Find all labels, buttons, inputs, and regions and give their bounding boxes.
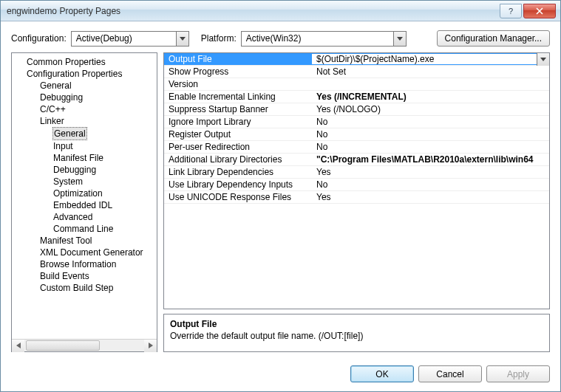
property-value[interactable]: Yes <box>312 192 549 202</box>
configuration-value: Active(Debug) <box>76 33 176 44</box>
property-row[interactable]: Suppress Startup BannerYes (/NOLOGO) <box>164 103 549 116</box>
property-name: Link Library Dependencies <box>164 167 312 177</box>
combo-dropdown-button[interactable] <box>393 32 406 46</box>
property-name: Ignore Import Library <box>164 117 312 127</box>
chevron-down-icon <box>540 58 546 61</box>
property-dropdown-button[interactable] <box>537 53 549 66</box>
scrollbar-track[interactable] <box>24 340 144 352</box>
chevron-left-icon <box>16 343 21 348</box>
property-row[interactable]: Use UNICODE Response FilesYes <box>164 191 549 204</box>
main-area: Common PropertiesConfiguration Propertie… <box>1 52 560 360</box>
tree-item[interactable]: Manifest File <box>13 152 155 164</box>
titlebar: engwindemo Property Pages ? <box>1 1 560 21</box>
property-grid[interactable]: Output File$(OutDir)\$(ProjectName).exeS… <box>163 52 550 309</box>
tree-item[interactable]: Command Line <box>13 223 155 235</box>
property-row[interactable]: Link Library DependenciesYes <box>164 166 549 179</box>
property-row[interactable]: Per-user RedirectionNo <box>164 141 549 154</box>
configuration-manager-button[interactable]: Configuration Manager... <box>437 30 550 47</box>
property-row[interactable]: Register OutputNo <box>164 128 549 141</box>
apply-button[interactable]: Apply <box>486 365 550 382</box>
tree-item[interactable]: General <box>13 80 155 92</box>
chevron-down-icon <box>397 37 403 41</box>
combo-dropdown-button[interactable] <box>176 32 188 46</box>
tree-item[interactable]: XML Document Generator <box>13 247 155 258</box>
property-row[interactable]: Show ProgressNot Set <box>164 66 549 78</box>
property-pages-window: engwindemo Property Pages ? Configuratio… <box>0 0 561 392</box>
scroll-right-button[interactable] <box>144 340 157 352</box>
configuration-label: Configuration: <box>11 33 67 44</box>
close-button[interactable] <box>523 4 556 18</box>
tree-item[interactable]: Custom Build Step <box>13 282 155 294</box>
platform-label: Platform: <box>201 33 237 44</box>
tree-item[interactable]: Configuration Properties <box>13 68 155 80</box>
property-row[interactable]: Version <box>164 78 549 91</box>
scroll-left-button[interactable] <box>12 340 24 352</box>
property-name: Use UNICODE Response Files <box>164 192 312 202</box>
tree-item[interactable]: Common Properties <box>13 56 155 68</box>
footer: OK Cancel Apply <box>1 360 560 391</box>
config-bar: Configuration: Active(Debug) Platform: A… <box>1 21 560 52</box>
tree-item[interactable]: Embedded IDL <box>13 199 155 211</box>
window-buttons: ? <box>500 4 560 18</box>
property-value[interactable]: No <box>312 129 549 140</box>
tree-item[interactable]: Browse Information <box>13 258 155 270</box>
property-value[interactable]: No <box>312 142 549 152</box>
property-value[interactable]: Yes (/NOLOGO) <box>312 104 549 114</box>
tree-item[interactable]: Manifest Tool <box>13 235 155 247</box>
property-name: Additional Library Directories <box>164 154 312 165</box>
property-value[interactable]: Yes <box>312 167 549 177</box>
tree-item[interactable]: C/C++ <box>13 103 155 115</box>
tree-item[interactable]: General <box>52 127 87 140</box>
property-value[interactable]: "C:\Program Files\MATLAB\R2010a\extern\l… <box>312 154 549 165</box>
tree-item[interactable]: Debugging <box>13 164 155 176</box>
property-row[interactable]: Enable Incremental LinkingYes (/INCREMEN… <box>164 91 549 103</box>
property-value[interactable]: $(OutDir)\$(ProjectName).exe <box>312 54 537 64</box>
scrollbar-thumb[interactable] <box>26 340 100 351</box>
chevron-right-icon <box>149 343 153 348</box>
chevron-down-icon <box>180 37 186 41</box>
right-panel: Output File$(OutDir)\$(ProjectName).exeS… <box>163 52 550 352</box>
help-button[interactable]: ? <box>500 4 522 18</box>
tree-item[interactable]: Linker <box>13 115 155 127</box>
tree-item[interactable]: Debugging <box>13 92 155 103</box>
property-name: Enable Incremental Linking <box>164 92 312 102</box>
property-name: Per-user Redirection <box>164 142 312 152</box>
tree-item[interactable]: Advanced <box>13 211 155 223</box>
property-row[interactable]: Additional Library Directories"C:\Progra… <box>164 154 549 166</box>
description-title: Output File <box>170 319 543 329</box>
property-row[interactable]: Ignore Import LibraryNo <box>164 116 549 128</box>
tree-item[interactable]: Build Events <box>13 270 155 282</box>
property-name: Output File <box>164 54 312 64</box>
description-text: Override the default output file name. (… <box>170 331 543 341</box>
property-name: Show Progress <box>164 66 312 77</box>
cancel-button[interactable]: Cancel <box>418 365 482 382</box>
tree-item[interactable]: Optimization <box>13 188 155 199</box>
close-icon <box>536 7 543 15</box>
tree-item[interactable]: System <box>13 176 155 188</box>
description-panel: Output File Override the default output … <box>163 314 550 352</box>
platform-combo[interactable]: Active(Win32) <box>241 31 407 47</box>
property-value[interactable]: Yes (/INCREMENTAL) <box>312 92 549 102</box>
property-name: Register Output <box>164 129 312 140</box>
property-value[interactable]: No <box>312 179 549 190</box>
platform-value: Active(Win32) <box>246 33 393 44</box>
tree-view[interactable]: Common PropertiesConfiguration Propertie… <box>12 53 157 339</box>
window-title: engwindemo Property Pages <box>7 6 500 16</box>
configuration-combo[interactable]: Active(Debug) <box>71 31 189 47</box>
tree-panel: Common PropertiesConfiguration Propertie… <box>11 52 157 352</box>
property-row[interactable]: Use Library Dependency InputsNo <box>164 179 549 191</box>
property-value[interactable]: No <box>312 117 549 127</box>
ok-button[interactable]: OK <box>350 365 414 382</box>
property-name: Suppress Startup Banner <box>164 104 312 114</box>
horizontal-scrollbar[interactable] <box>12 339 157 351</box>
property-row[interactable]: Output File$(OutDir)\$(ProjectName).exe <box>164 53 549 66</box>
property-name: Version <box>164 79 312 89</box>
tree-item[interactable]: Input <box>13 140 155 152</box>
property-name: Use Library Dependency Inputs <box>164 179 312 190</box>
property-value[interactable]: Not Set <box>312 66 549 77</box>
